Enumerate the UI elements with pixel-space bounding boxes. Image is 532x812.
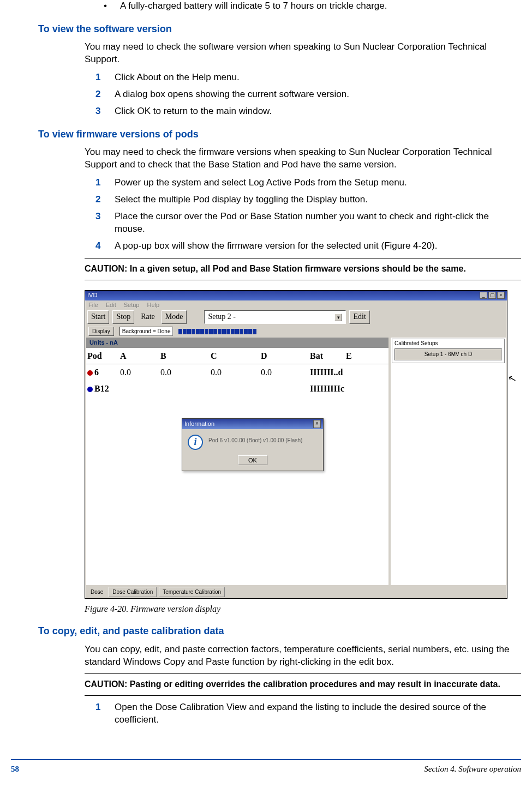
edit-button[interactable]: Edit [349, 310, 369, 324]
status-led-blue [87, 387, 93, 392]
dialog-message: Pod 6 v1.00.00 (Boot) v1.00.00 (Flash) [208, 435, 302, 444]
menu-edit[interactable]: Edit [106, 301, 116, 309]
cell-bat: IIIIIII..d [309, 364, 345, 381]
heading-copy-edit-paste: To copy, edit, and paste calibration dat… [38, 624, 521, 637]
step-number: 3 [95, 210, 115, 236]
step-text: Place the cursor over the Pod or Base St… [115, 210, 521, 236]
step-number: 3 [95, 105, 115, 118]
cell-d: 0.0 [260, 364, 309, 381]
step-text: A dialog box opens showing the current s… [115, 88, 521, 101]
step-text: Power up the system and select Log Activ… [115, 177, 521, 189]
calibrated-setups-title: Calibrated Setups [392, 339, 504, 348]
table-row[interactable]: 6 0.0 0.0 0.0 0.0 IIIIIII..d [86, 364, 388, 381]
bottom-tabs: Dose Dose Calibration Temperature Calibr… [85, 586, 507, 598]
information-dialog: Information × i Pod 6 v1.00.00 (Boot) v1… [182, 418, 324, 471]
cell-b: 0.0 [159, 364, 210, 381]
bullet-text: A fully-charged battery will indicate 5 … [120, 0, 521, 13]
heading-firmware-versions: To view firmware versions of pods [38, 128, 521, 141]
table-header: Pod A B C D Bat E [86, 348, 388, 365]
rate-button[interactable]: Rate [138, 311, 158, 323]
step-row: 1Open the Dose Calibration View and expa… [95, 701, 521, 726]
step-text: Select the multiple Pod display by toggl… [115, 194, 521, 206]
calibrated-setup-item[interactable]: Setup 1 - 6MV ch D [394, 348, 502, 360]
start-button[interactable]: Start [87, 310, 109, 324]
figure-screenshot: IVD _ ▢ × File Edit Setup Help Start Sto… [85, 290, 521, 599]
tab-dose-calibration[interactable]: Dose Calibration [109, 587, 157, 598]
step-row: 2Select the multiple Pod display by togg… [95, 194, 521, 206]
page-footer: 58 Section 4. Software operation [11, 759, 521, 774]
caution-text: CAUTION: In a given setup, all Pod and B… [85, 264, 466, 273]
ok-button[interactable]: OK [238, 455, 267, 465]
menu-bar: File Edit Setup Help [85, 300, 507, 310]
bullet-item: • A fully-charged battery will indicate … [104, 0, 521, 13]
paragraph: You may need to check the firmware versi… [85, 146, 521, 171]
step-row: 4A pop-up box will show the firmware ver… [95, 240, 521, 252]
menu-file[interactable]: File [88, 301, 98, 309]
caution-text: CAUTION: Pasting or editing overrides th… [85, 679, 500, 689]
caution-block: CAUTION: In a given setup, all Pod and B… [85, 258, 521, 280]
status-led-red [87, 370, 93, 376]
chevron-down-icon[interactable]: ▾ [334, 314, 342, 321]
window-titlebar: IVD _ ▢ × [85, 291, 507, 300]
step-number: 1 [95, 177, 115, 189]
dialog-close-icon[interactable]: × [313, 420, 321, 428]
step-number: 4 [95, 240, 115, 252]
paragraph: You can copy, edit, and paste correction… [85, 643, 521, 669]
bullet-dot: • [104, 0, 120, 13]
cell-c: 0.0 [210, 364, 260, 381]
background-status: Background = Done [119, 327, 174, 336]
col-a: A [119, 348, 159, 364]
col-bat: Bat [309, 348, 345, 364]
menu-help[interactable]: Help [147, 301, 159, 309]
maximize-icon[interactable]: ▢ [488, 292, 496, 299]
step-row: 3Place the cursor over the Pod or Base S… [95, 210, 521, 236]
app-window: IVD _ ▢ × File Edit Setup Help Start Sto… [85, 290, 507, 599]
setup-combo[interactable]: Setup 2 - ▾ [204, 310, 346, 324]
progress-blocks [178, 329, 256, 334]
step-number: 2 [95, 88, 115, 101]
tab-dose[interactable]: Dose [87, 587, 106, 597]
page-number: 58 [11, 763, 19, 774]
tab-temperature-calibration[interactable]: Temperature Calibration [159, 587, 225, 598]
info-icon: i [188, 435, 203, 450]
dialog-titlebar: Information × [182, 419, 323, 429]
setup-combo-value: Setup 2 - [208, 312, 236, 322]
cell-bat: IIIIIIIIIc [309, 381, 345, 397]
minimize-icon[interactable]: _ [480, 292, 487, 299]
step-text: Click About on the Help menu. [115, 71, 521, 84]
mode-button[interactable]: Mode [162, 310, 187, 324]
step-text: Click OK to return to the main window. [115, 105, 521, 118]
figure-caption: Figure 4-20. Firmware version display [85, 603, 521, 615]
cell-pod: B12 [86, 381, 119, 397]
window-buttons: _ ▢ × [480, 292, 505, 299]
col-d: D [260, 348, 309, 364]
cell-a: 0.0 [119, 364, 159, 381]
step-number: 2 [95, 194, 115, 206]
window-title: IVD [87, 291, 97, 299]
table-row[interactable]: B12 IIIIIIIIIc [86, 381, 388, 397]
close-icon[interactable]: × [497, 292, 505, 299]
col-pod: Pod [86, 348, 119, 364]
main-panel: Display Background = Done Units - nA Pod… [85, 324, 390, 586]
cell-pod: 6 [86, 364, 119, 381]
step-text: A pop-up box will show the firmware vers… [115, 240, 521, 252]
display-button[interactable]: Display [88, 327, 114, 336]
step-row: 3Click OK to return to the main window. [95, 105, 521, 118]
stop-button[interactable]: Stop [112, 310, 134, 324]
paragraph: You may need to check the software versi… [85, 41, 521, 66]
right-panel: Calibrated Setups Setup 1 - 6MV ch D ↖ [390, 324, 507, 586]
heading-software-version: To view the software version [38, 22, 521, 35]
step-number: 1 [95, 71, 115, 84]
step-row: 2A dialog box opens showing the current … [95, 88, 521, 101]
cursor-icon: ↖ [506, 371, 518, 386]
step-text: Open the Dose Calibration View and expan… [115, 701, 521, 726]
step-row: 1Power up the system and select Log Acti… [95, 177, 521, 189]
step-number: 1 [95, 701, 115, 726]
menu-setup[interactable]: Setup [124, 301, 140, 309]
calibrated-setups-box: Calibrated Setups Setup 1 - 6MV ch D ↖ [392, 339, 505, 363]
work-area: Display Background = Done Units - nA Pod… [85, 324, 507, 586]
col-b: B [159, 348, 210, 364]
display-strip: Display Background = Done [86, 326, 388, 338]
section-label: Section 4. Software operation [424, 763, 521, 774]
caution-block: CAUTION: Pasting or editing overrides th… [85, 673, 521, 696]
